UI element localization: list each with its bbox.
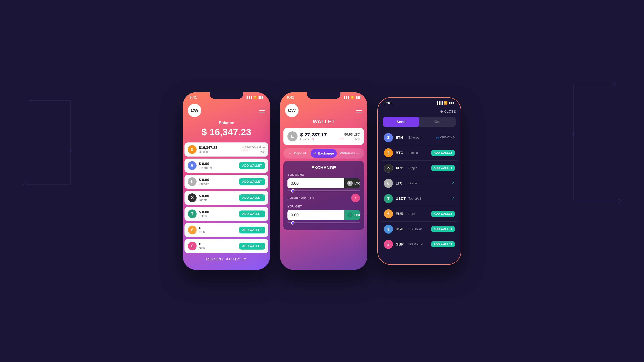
you-send-label: YOU SEND <box>288 173 360 177</box>
gbp-curr-name: GB Pound <box>408 243 429 246</box>
send-tab[interactable]: Send <box>383 117 419 127</box>
time-1: 9:41 <box>190 95 197 99</box>
btc-add-wallet-btn[interactable]: ADD WALLET <box>431 150 455 156</box>
close-circle-icon: ⊗ <box>440 109 443 114</box>
get-slider-thumb <box>291 221 294 225</box>
crypto-item-btc[interactable]: ₿ $16,347.23 Bitcoin 1.58357203 BTC 30% <box>184 142 268 157</box>
get-slider[interactable] <box>288 222 360 223</box>
tab-withdraw[interactable]: Withdraw → <box>337 149 363 158</box>
send-currency-label: LTC <box>354 182 360 185</box>
logo-2: CW <box>285 104 298 117</box>
available-text: Available 384 ETH <box>288 196 314 200</box>
wifi-icon-3: 🛜 <box>444 101 448 105</box>
eth-curr-icon: Ξ <box>384 133 393 142</box>
crypto-info-usdt: $ 0.00 Tether <box>199 210 237 218</box>
crypto-item-eth[interactable]: Ξ $ 0.00 Ethereum ADD WALLET <box>184 159 268 173</box>
phone2-header: CW <box>280 100 367 117</box>
send-get-tabs: Send Get <box>383 117 456 127</box>
ltc-check-icon: ✓ <box>451 181 455 186</box>
usdt-add-wallet-btn[interactable]: ADD WALLET <box>239 211 265 217</box>
crypto-item-eur[interactable]: € € EUR ADD WALLET <box>184 223 268 237</box>
eth-add-wallet-btn[interactable]: ADD WALLET <box>239 162 265 169</box>
eth-icon: Ξ <box>188 161 196 170</box>
available-text-row: Available 384 ETH ↕ <box>288 194 360 202</box>
svg-point-2 <box>24 183 27 186</box>
send-input-row: Ł LTC ▶ <box>288 178 360 188</box>
get-currency-btn[interactable]: T USDT ▶ <box>344 210 360 220</box>
battery-icon: ▮▮▮ <box>258 95 263 99</box>
currency-item-eth[interactable]: Ξ ETH Ethereum 👥 CREATING <box>381 130 457 145</box>
phones-container: 9:41 ▐▐▐ 🛜 ▮▮▮ CW Balance $ 16,347.23 ₿ <box>183 92 461 270</box>
usdt-icon: T <box>188 210 196 218</box>
gbp-add-wallet-btn[interactable]: ADD WALLET <box>239 243 265 250</box>
close-button[interactable]: ⊗ CLOSE <box>440 109 456 114</box>
xrp-curr-icon: ✕ <box>384 164 393 173</box>
notch-3 <box>402 98 436 104</box>
eur-add-wallet-btn[interactable]: ADD WALLET <box>431 211 455 217</box>
phone-1: 9:41 ▐▐▐ 🛜 ▮▮▮ CW Balance $ 16,347.23 ₿ <box>183 92 270 270</box>
crypto-item-ltc[interactable]: Ł $ 0.00 Litecoin ADD WALLET <box>184 175 268 189</box>
time-3: 9:41 <box>384 101 392 105</box>
tab-deposit[interactable]: ← Deposit <box>284 149 310 158</box>
send-currency-btn[interactable]: Ł LTC ▶ <box>344 178 360 188</box>
tab-exchange[interactable]: ⇌ Exchange <box>310 149 337 158</box>
exchange-title: EXCHANGE <box>288 165 360 170</box>
crypto-item-gbp[interactable]: £ £ GBP ADD WALLET <box>184 239 268 253</box>
get-tab[interactable]: Get <box>419 117 456 127</box>
crypto-info-eur: € EUR <box>199 226 237 234</box>
eur-amount: € <box>199 226 237 230</box>
currency-item-gbp[interactable]: £ GBP GB Pound ADD WALLET <box>381 237 457 252</box>
wallet-card-amount: $ 27,287.17 <box>300 132 337 138</box>
get-input[interactable] <box>288 210 344 220</box>
svg-point-0 <box>28 99 32 102</box>
ltc-add-wallet-btn[interactable]: ADD WALLET <box>239 178 265 185</box>
balance-amount: $ 16,347.23 <box>183 126 270 137</box>
crypto-item-xrp[interactable]: ✕ $ 0.00 Ripple ADD WALLET <box>184 191 268 205</box>
eur-add-wallet-btn[interactable]: ADD WALLET <box>239 227 265 233</box>
wallet-card-info: $ 27,287.17 Litecoin ▼ <box>300 132 337 141</box>
usdt-curr-symbol: USDT <box>396 196 406 201</box>
wifi-icon: 🛜 <box>253 95 257 99</box>
crypto-item-usdt[interactable]: T $ 0.00 Tether ADD WALLET <box>184 207 268 221</box>
btc-name: Bitcoin <box>199 150 240 154</box>
gbp-curr-symbol: GBP <box>396 242 406 247</box>
btc-progress: 30% <box>242 150 265 154</box>
btc-icon: ₿ <box>188 145 196 154</box>
exchange-tabs: ← Deposit ⇌ Exchange Withdraw → <box>284 148 364 159</box>
get-input-row: T USDT ▶ <box>288 210 360 220</box>
usd-add-wallet-btn[interactable]: ADD WALLET <box>431 226 455 232</box>
notch-2 <box>307 92 340 99</box>
currency-item-ltc[interactable]: Ł LTC Litecoin ✓ <box>381 176 457 191</box>
swap-button[interactable]: ↕ <box>351 194 360 202</box>
gbp-icon: £ <box>188 242 196 250</box>
currency-item-usdt[interactable]: T USDT TetherUS ✓ <box>381 191 457 206</box>
menu-button-1[interactable] <box>259 109 265 112</box>
crypto-info-gbp: £ GBP <box>199 242 237 250</box>
currency-item-xrp[interactable]: ✕ XRP Ripple ADD WALLET <box>381 161 457 176</box>
status-icons-3: ▐▐▐ 🛜 ▮▮▮ <box>436 101 454 105</box>
btc-right: 1.58357203 BTC 30% <box>242 145 265 154</box>
currency-item-btc[interactable]: ₿ BTC Bitcoin ADD WALLET <box>381 145 457 161</box>
ltc-curr-symbol: LTC <box>396 181 406 186</box>
xrp-add-wallet-btn[interactable]: ADD WALLET <box>239 194 265 201</box>
gbp-curr-icon: £ <box>384 240 393 249</box>
currency-item-usd[interactable]: $ USD US Dollar ADD WALLET <box>381 222 457 237</box>
wallet-card-icon: Ł <box>288 131 298 141</box>
eur-name: EUR <box>199 231 237 234</box>
signal-icon-2: ▐▐▐ <box>343 96 349 99</box>
gbp-add-wallet-btn[interactable]: ADD WALLET <box>431 241 455 247</box>
logo-1: CW <box>188 104 201 117</box>
send-slider[interactable] <box>288 190 360 191</box>
eth-amount: $ 0.00 <box>199 162 237 166</box>
usd-curr-symbol: USD <box>396 227 406 231</box>
gbp-amount: £ <box>199 242 237 246</box>
xrp-add-wallet-btn[interactable]: ADD WALLET <box>431 165 455 171</box>
menu-button-2[interactable] <box>356 109 362 112</box>
phone-2: 9:41 ▐▐▐ 🛜 ▮▮▮ CW WALLET Ł $ 27,287.17 L… <box>280 92 367 270</box>
xrp-name: Ripple <box>199 198 237 202</box>
eth-creating-action: 👥 CREATING <box>436 136 455 139</box>
eth-name: Ethereum <box>199 166 237 170</box>
status-icons-2: ▐▐▐ 🛜 ▮▮▮ <box>343 95 360 99</box>
currency-item-eur[interactable]: € EUR Euro ADD WALLET <box>381 206 457 222</box>
send-input[interactable] <box>288 178 344 188</box>
